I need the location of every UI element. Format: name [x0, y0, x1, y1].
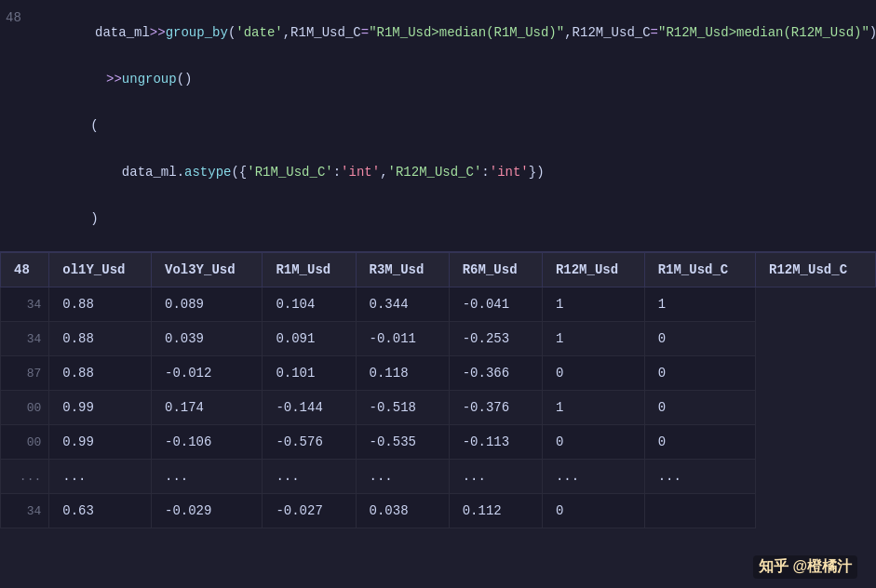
cell-1-5: 1: [542, 322, 644, 356]
row-num-5: ...: [1, 460, 49, 494]
cell-1-4: -0.253: [449, 322, 542, 356]
cell-0-1: 0.089: [152, 287, 263, 322]
cell-3-5: 1: [542, 391, 644, 425]
cell-4-5: 0: [542, 425, 644, 460]
cell-4-4: -0.113: [449, 425, 542, 460]
row-num-0: 34: [1, 287, 49, 322]
col-header-6: R1M_Usd_C: [644, 253, 755, 287]
cell-5-5: ...: [542, 460, 644, 494]
cell-4-3: -0.535: [356, 425, 449, 460]
code-content-3: (: [28, 103, 99, 148]
col-header-1: Vol3Y_Usd: [152, 253, 263, 287]
cell-1-6: 0: [644, 322, 755, 356]
row-num-4: 00: [1, 425, 49, 460]
code-line-4: data_ml.astype({'R1M_Usd_C':'int','R12M_…: [0, 149, 876, 195]
cell-1-3: -0.011: [356, 322, 449, 356]
table-row: 34 0.88 0.039 0.091 -0.011 -0.253 1 0: [1, 322, 876, 356]
page-wrapper: 48 data_ml>>group_by('date',R1M_Usd_C="R…: [0, 0, 876, 588]
cell-4-0: 0.99: [49, 425, 152, 460]
cell-5-2: ...: [263, 460, 356, 494]
data-table-container: 48 ol1Y_Usd Vol3Y_Usd R1M_Usd R3M_Usd R6…: [0, 252, 876, 528]
cell-6-5: 0: [542, 494, 644, 528]
code-content-1: data_ml>>group_by('date',R1M_Usd_C="R1M_…: [33, 10, 876, 55]
cell-5-0: ...: [49, 460, 152, 494]
cell-6-1: -0.029: [152, 494, 263, 528]
table-row: 87 0.88 -0.012 0.101 0.118 -0.366 0 0: [1, 356, 876, 391]
line-number-48: 48: [0, 10, 33, 25]
watermark: 知乎 @橙橘汁: [753, 555, 857, 579]
cell-2-5: 0: [542, 356, 644, 391]
cell-6-6: [644, 494, 755, 528]
cell-2-3: 0.118: [356, 356, 449, 391]
cell-3-3: -0.518: [356, 391, 449, 425]
row-num-1: 34: [1, 322, 49, 356]
col-header-5: R12M_Usd: [542, 253, 644, 287]
cell-6-0: 0.63: [49, 494, 152, 528]
table-header-row: 48 ol1Y_Usd Vol3Y_Usd R1M_Usd R3M_Usd R6…: [1, 253, 876, 287]
cell-0-3: 0.344: [356, 287, 449, 322]
cell-4-2: -0.576: [263, 425, 356, 460]
table-row: 34 0.88 0.089 0.104 0.344 -0.041 1 1: [1, 287, 876, 322]
col-header-3: R3M_Usd: [356, 253, 449, 287]
cell-0-0: 0.88: [49, 287, 152, 322]
cell-3-0: 0.99: [49, 391, 152, 425]
cell-3-2: -0.144: [263, 391, 356, 425]
table-row: 00 0.99 -0.106 -0.576 -0.535 -0.113 0 0: [1, 425, 876, 460]
row-num-3: 00: [1, 391, 49, 425]
data-table: 48 ol1Y_Usd Vol3Y_Usd R1M_Usd R3M_Usd R6…: [0, 252, 876, 528]
cell-0-6: 1: [644, 287, 755, 322]
cell-1-2: 0.091: [263, 322, 356, 356]
cell-6-3: 0.038: [356, 494, 449, 528]
cell-5-3: ...: [356, 460, 449, 494]
table-row-ellipsis: ... ... ... ... ... ... ... ...: [1, 460, 876, 494]
code-block: 48 data_ml>>group_by('date',R1M_Usd_C="R…: [0, 0, 876, 252]
col-header-rownum: 48: [1, 253, 49, 287]
table-row: 00 0.99 0.174 -0.144 -0.518 -0.376 1 0: [1, 391, 876, 425]
code-line-2: >>ungroup(): [0, 56, 876, 102]
code-line-5: ): [0, 195, 876, 242]
cell-1-0: 0.88: [49, 322, 152, 356]
table-row-last: 34 0.63 -0.029 -0.027 0.038 0.112 0: [1, 494, 876, 528]
row-num-6: 34: [1, 494, 49, 528]
cell-5-6: ...: [644, 460, 755, 494]
cell-2-1: -0.012: [152, 356, 263, 391]
cell-0-4: -0.041: [449, 287, 542, 322]
col-header-2: R1M_Usd: [263, 253, 356, 287]
cell-2-2: 0.101: [263, 356, 356, 391]
cell-4-6: 0: [644, 425, 755, 460]
cell-5-4: ...: [449, 460, 542, 494]
col-header-4: R6M_Usd: [449, 253, 542, 287]
code-content-5: ): [28, 196, 99, 241]
cell-2-0: 0.88: [49, 356, 152, 391]
col-header-0: ol1Y_Usd: [49, 253, 152, 287]
code-line-3: (: [0, 102, 876, 149]
row-num-2: 87: [1, 356, 49, 391]
cell-4-1: -0.106: [152, 425, 263, 460]
cell-0-5: 1: [542, 287, 644, 322]
code-line-1: 48 data_ml>>group_by('date',R1M_Usd_C="R…: [0, 9, 876, 56]
cell-3-4: -0.376: [449, 391, 542, 425]
code-content-4: data_ml.astype({'R1M_Usd_C':'int','R12M_…: [28, 150, 545, 194]
cell-6-2: -0.027: [263, 494, 356, 528]
cell-2-4: -0.366: [449, 356, 542, 391]
col-header-7: R12M_Usd_C: [756, 253, 876, 287]
cell-3-6: 0: [644, 391, 755, 425]
cell-3-1: 0.174: [152, 391, 263, 425]
cell-1-1: 0.039: [152, 322, 263, 356]
cell-5-1: ...: [152, 460, 263, 494]
cell-0-2: 0.104: [263, 287, 356, 322]
code-content-2: >>ungroup(): [28, 57, 192, 101]
cell-2-6: 0: [644, 356, 755, 391]
cell-6-4: 0.112: [449, 494, 542, 528]
